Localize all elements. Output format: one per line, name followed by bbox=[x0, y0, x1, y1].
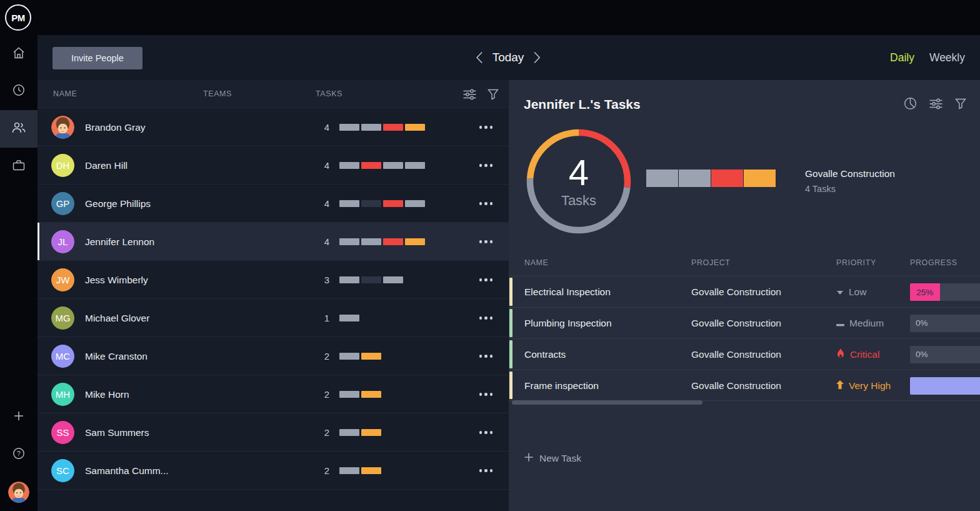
sidebar-item-home[interactable] bbox=[0, 35, 38, 73]
project-name: Govalle Construction bbox=[805, 168, 895, 180]
task-row[interactable]: Plumbing InspectionGovalle ConstructionM… bbox=[509, 307, 980, 338]
main-area: Invite People Today Daily Weekly NAME TE… bbox=[38, 35, 980, 511]
ellipsis-menu-icon[interactable] bbox=[479, 278, 493, 281]
task-segment-dark bbox=[361, 200, 381, 207]
member-avatar: MC bbox=[51, 345, 74, 368]
task-progress-bar: 25% bbox=[910, 283, 980, 301]
task-project: Govalle Construction bbox=[691, 339, 781, 370]
filter-icon[interactable] bbox=[488, 89, 499, 100]
sidebar-item-profile[interactable] bbox=[0, 473, 38, 511]
task-priority: Very High bbox=[836, 370, 891, 402]
task-segment-gray bbox=[339, 315, 359, 321]
member-name: Mike Horn bbox=[85, 375, 129, 413]
task-row[interactable]: Electrical InspectionGovalle Constructio… bbox=[509, 276, 980, 307]
member-row[interactable]: JLJennifer Lennon4 bbox=[38, 223, 509, 261]
horizontal-scrollbar[interactable] bbox=[512, 400, 702, 405]
member-rows: Brandon Gray4DHDaren Hill4GPGeorge Phill… bbox=[38, 108, 509, 490]
column-teams: TEAMS bbox=[203, 80, 232, 108]
progress-fill bbox=[910, 377, 980, 395]
cartoon-avatar bbox=[51, 116, 74, 139]
priority-label: Medium bbox=[849, 318, 884, 329]
ellipsis-menu-icon[interactable] bbox=[479, 355, 493, 358]
member-task-bars bbox=[339, 391, 381, 398]
tab-daily[interactable]: Daily bbox=[890, 51, 914, 64]
dot bbox=[484, 316, 488, 320]
column-tasks: TASKS bbox=[316, 80, 342, 108]
task-progress-bar bbox=[910, 377, 980, 395]
sidebar-item-add[interactable] bbox=[0, 398, 38, 436]
member-row[interactable]: MCMike Cranston2 bbox=[38, 337, 509, 375]
task-segment-gray bbox=[405, 162, 425, 169]
dot bbox=[490, 469, 493, 472]
ellipsis-menu-icon[interactable] bbox=[479, 202, 493, 205]
sidebar-item-projects[interactable] bbox=[0, 148, 38, 185]
tab-weekly[interactable]: Weekly bbox=[929, 51, 965, 64]
task-row[interactable]: ContractsGovalle ConstructionCritical0% bbox=[509, 338, 980, 370]
member-row[interactable]: MGMichael Glover1 bbox=[38, 299, 509, 337]
dot bbox=[490, 202, 493, 205]
ellipsis-menu-icon[interactable] bbox=[479, 431, 493, 434]
invite-people-button[interactable]: Invite People bbox=[52, 47, 142, 69]
pie-chart-icon[interactable] bbox=[904, 97, 917, 110]
sidebar-item-time[interactable] bbox=[0, 73, 38, 110]
main-header: Invite People Today Daily Weekly bbox=[38, 35, 980, 80]
member-row[interactable]: MHMike Horn2 bbox=[38, 375, 509, 413]
chevron-right-icon[interactable] bbox=[533, 51, 540, 64]
ellipsis-menu-icon[interactable] bbox=[479, 164, 493, 167]
task-segment-gray bbox=[339, 200, 359, 207]
task-accent-strip bbox=[509, 309, 512, 337]
member-task-bars bbox=[339, 162, 425, 169]
project-task-count: 4 Tasks bbox=[805, 184, 895, 194]
task-segment-gray bbox=[383, 162, 403, 169]
member-row[interactable]: SCSamantha Cumm...2 bbox=[38, 452, 509, 490]
ellipsis-menu-icon[interactable] bbox=[479, 240, 493, 243]
plus-icon bbox=[524, 453, 533, 464]
ellipsis-menu-icon[interactable] bbox=[479, 316, 493, 320]
task-segment-orange bbox=[361, 429, 381, 436]
svg-text:?: ? bbox=[17, 450, 21, 457]
task-segment-orange bbox=[405, 124, 425, 131]
task-segment-orange bbox=[361, 467, 381, 474]
task-segment-gray bbox=[339, 467, 359, 474]
sidebar-item-help[interactable]: ? bbox=[0, 436, 38, 473]
member-task-bars bbox=[339, 429, 381, 436]
task-segment-gray bbox=[361, 124, 381, 131]
column-task-priority: PRIORITY bbox=[836, 250, 876, 276]
member-row[interactable]: SSSam Summers2 bbox=[38, 413, 509, 452]
dot bbox=[479, 278, 482, 281]
member-row[interactable]: GPGeorge Phillips4 bbox=[38, 185, 509, 223]
column-name: NAME bbox=[53, 80, 78, 108]
date-label[interactable]: Today bbox=[492, 51, 524, 64]
member-task-count: 1 bbox=[306, 299, 329, 337]
pm-logo: PM bbox=[5, 4, 31, 31]
member-name: Jennifer Lennon bbox=[85, 223, 154, 261]
view-switcher: Daily Weekly bbox=[890, 35, 965, 80]
member-task-count: 2 bbox=[306, 337, 329, 375]
member-task-bars bbox=[339, 200, 425, 207]
dot bbox=[484, 393, 488, 396]
new-task-button[interactable]: New Task bbox=[524, 453, 581, 464]
settings-sliders-icon[interactable] bbox=[463, 89, 476, 100]
member-avatar: SC bbox=[51, 459, 74, 482]
task-row[interactable]: Frame inspectionGovalle ConstructionVery… bbox=[509, 370, 980, 401]
member-row[interactable]: Brandon Gray4 bbox=[38, 108, 509, 146]
donut-total-value: 4 bbox=[569, 154, 589, 191]
filter-icon[interactable] bbox=[955, 98, 966, 109]
ellipsis-menu-icon[interactable] bbox=[479, 126, 493, 129]
progress-fill: 25% bbox=[910, 283, 940, 301]
ellipsis-menu-icon[interactable] bbox=[479, 469, 493, 472]
dot bbox=[484, 126, 488, 129]
task-segment-gray bbox=[339, 238, 359, 245]
member-row[interactable]: DHDaren Hill4 bbox=[38, 146, 509, 185]
task-progress-bar: 0% bbox=[910, 346, 980, 363]
task-project: Govalle Construction bbox=[691, 276, 781, 308]
ellipsis-menu-icon[interactable] bbox=[479, 393, 493, 396]
task-segment-dark bbox=[361, 276, 381, 283]
member-row[interactable]: JWJess Wimberly3 bbox=[38, 261, 509, 299]
chevron-left-icon[interactable] bbox=[476, 51, 483, 64]
task-segment-red bbox=[383, 238, 403, 245]
home-icon bbox=[12, 47, 25, 61]
settings-sliders-icon[interactable] bbox=[929, 98, 942, 109]
sidebar-item-team[interactable] bbox=[0, 110, 38, 148]
task-summary-bar bbox=[646, 169, 776, 187]
